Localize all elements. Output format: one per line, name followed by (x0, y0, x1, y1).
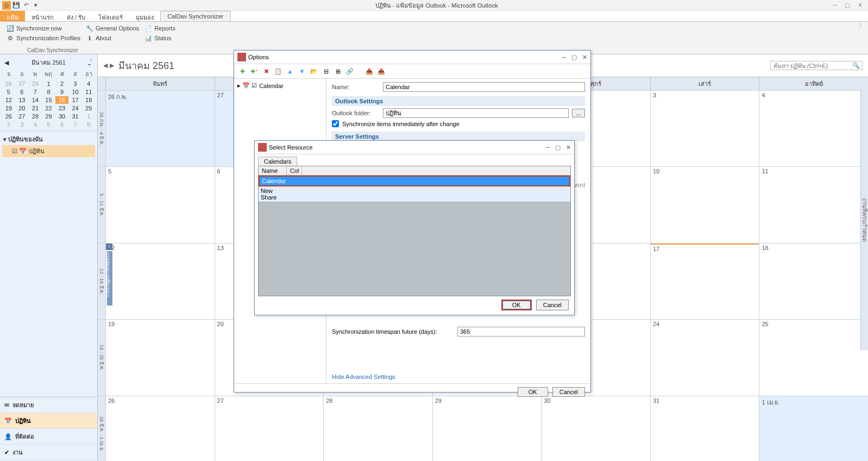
mini-cal-day[interactable]: 14 (29, 96, 42, 104)
calendar-cell[interactable]: 25 (759, 320, 868, 395)
nav-mail[interactable]: ✉จดหมาย (0, 397, 97, 413)
calendar-cell[interactable]: 31 (650, 396, 759, 461)
calendar-cell[interactable]: 12การนัดหมายที่ผ่านมา‹ (105, 244, 215, 319)
sync-now-button[interactable]: 🔄Synchronize now (4, 24, 83, 33)
mini-cal-day[interactable]: 20 (16, 104, 29, 112)
maximize-icon[interactable]: ▢ (571, 54, 577, 61)
hide-advanced-link[interactable]: Hide Advanced Settings (332, 373, 585, 380)
mini-cal-day[interactable]: 22 (42, 104, 55, 112)
mini-cal-day[interactable]: 23 (55, 104, 68, 112)
search-box[interactable]: 🔍 (770, 61, 863, 70)
tab-view[interactable]: มุมมอง (129, 11, 160, 21)
reports-button[interactable]: 📄Reports (142, 24, 178, 33)
calendar-cell[interactable]: 10 (650, 167, 759, 242)
mini-cal-day[interactable]: 11 (82, 88, 95, 96)
import-icon[interactable]: 📥 (364, 66, 374, 76)
select-cancel-button[interactable]: Cancel (536, 300, 569, 310)
add-icon[interactable]: ✚ (237, 66, 247, 76)
calendar-cell[interactable]: 3 (650, 91, 759, 166)
close-icon[interactable]: ✕ (858, 2, 863, 9)
mini-cal-day[interactable]: 5 (42, 121, 55, 128)
mini-cal-day[interactable]: 3 (69, 80, 82, 88)
mini-cal-day[interactable]: 7 (69, 121, 82, 128)
mini-cal-day[interactable]: 31 (69, 113, 82, 120)
save-icon[interactable]: 💾 (12, 1, 21, 10)
close-icon[interactable]: ✕ (566, 144, 571, 151)
mini-cal-day[interactable]: 6 (16, 88, 29, 96)
calendar-cell[interactable]: 18 (759, 244, 868, 319)
mini-cal-day[interactable]: 19 (2, 104, 15, 112)
mini-cal-day[interactable]: 8 (42, 88, 55, 96)
nav-calendar[interactable]: 📅ปฏิทิน (0, 413, 97, 429)
collapse-sidebar-icon[interactable]: ‹ (88, 58, 95, 64)
mini-calendar[interactable]: ◀ มีนาคม 2561 ▶ จอพพฤศสอา262728123456789… (0, 54, 97, 131)
calendar-cell[interactable]: 4 (759, 91, 868, 166)
col-name[interactable]: Name (259, 166, 287, 175)
search-icon[interactable]: 🔍 (852, 62, 860, 69)
calendar-tree-item[interactable]: ☑ 📅 ปฏิทิน (2, 145, 95, 157)
options-ok-button[interactable]: OK (518, 387, 548, 397)
mini-cal-day[interactable]: 27 (16, 80, 29, 88)
minimize-icon[interactable]: ─ (545, 144, 550, 151)
minimize-icon[interactable]: ─ (833, 2, 837, 9)
mini-cal-day[interactable]: 5 (2, 88, 15, 96)
calendar-cell[interactable]: 5 (105, 167, 215, 242)
delete-icon[interactable]: ✖ (261, 66, 271, 76)
mini-cal-day[interactable]: 4 (82, 80, 95, 88)
tab-calendars[interactable]: Calendars (258, 157, 297, 166)
calendar-cell[interactable]: 11 (759, 167, 868, 242)
resource-list[interactable]: Name Col Calendar New Share (258, 166, 571, 296)
status-button[interactable]: 📊Status (142, 34, 178, 42)
mini-cal-day[interactable]: 25 (82, 104, 95, 112)
mini-cal-day[interactable]: 26 (2, 80, 15, 88)
cal-prev-icon[interactable]: ◀ (103, 62, 108, 69)
my-calendars-header[interactable]: ▾ ปฏิทินของฉัน (2, 133, 95, 145)
calendar-cell[interactable]: 28 (323, 396, 432, 461)
expand-icon[interactable]: ⊞ (333, 66, 343, 76)
mini-cal-day[interactable]: 12 (2, 96, 15, 104)
mini-cal-day[interactable]: 28 (29, 80, 42, 88)
calendar-cell[interactable]: 27 (215, 396, 324, 461)
calendar-cell[interactable]: 1 เม.ย. (759, 396, 868, 461)
select-ok-button[interactable]: OK (501, 300, 532, 310)
tab-caldav[interactable]: CalDav Synchronizer (160, 11, 230, 21)
mini-cal-day[interactable]: 21 (29, 104, 42, 112)
calendar-cell[interactable]: 19 (105, 320, 215, 395)
about-button[interactable]: ℹAbout (84, 34, 141, 42)
mini-cal-day[interactable]: 6 (55, 121, 68, 128)
tab-home[interactable]: หน้าแรก (25, 11, 60, 21)
calendar-cell[interactable]: 17 (650, 244, 759, 319)
outlook-folder-input[interactable] (383, 108, 569, 118)
mini-cal-day[interactable]: 1 (82, 113, 95, 120)
undo-icon[interactable]: ↶ (22, 1, 30, 10)
copy-icon[interactable]: 📋 (273, 66, 283, 76)
mini-cal-day[interactable]: 4 (29, 121, 42, 128)
mini-cal-day[interactable]: 7 (29, 88, 42, 96)
maximize-icon[interactable]: ▢ (555, 144, 561, 151)
tab-folder[interactable]: โฟลเดอร์ (92, 11, 129, 21)
tab-file[interactable]: แฟ้ม (0, 11, 25, 21)
sync-immediate-checkbox[interactable] (332, 120, 339, 127)
calendar-cell[interactable]: 24 (650, 320, 759, 395)
mini-cal-day[interactable]: 30 (55, 113, 68, 120)
mini-cal-day[interactable]: 18 (82, 96, 95, 104)
mini-cal-day[interactable]: 2 (55, 80, 68, 88)
mini-cal-day[interactable]: 1 (42, 80, 55, 88)
mini-cal-day[interactable]: 10 (69, 88, 82, 96)
mini-cal-day[interactable]: 3 (16, 121, 29, 128)
mini-cal-day[interactable]: 13 (16, 96, 29, 104)
search-input[interactable] (773, 63, 852, 69)
link-icon[interactable]: 🔗 (345, 66, 355, 76)
mini-cal-day[interactable]: 2 (2, 121, 15, 128)
mini-cal-day[interactable]: 8 (82, 121, 95, 128)
maximize-icon[interactable]: ▢ (845, 2, 850, 9)
mini-cal-day[interactable]: 17 (69, 96, 82, 104)
general-options-button[interactable]: 🔧General Options (84, 24, 141, 33)
open-icon[interactable]: 📂 (309, 66, 319, 76)
export-icon[interactable]: 📤 (376, 66, 386, 76)
minimize-icon[interactable]: ─ (562, 54, 566, 61)
mini-cal-day[interactable]: 16 (55, 96, 68, 104)
tab-sendreceive[interactable]: ส่ง / รับ (60, 11, 92, 21)
nav-contacts[interactable]: 👤ที่ติดต่อ (0, 429, 97, 445)
sync-profiles-button[interactable]: ⚙Synchronization Profiles (4, 34, 83, 42)
